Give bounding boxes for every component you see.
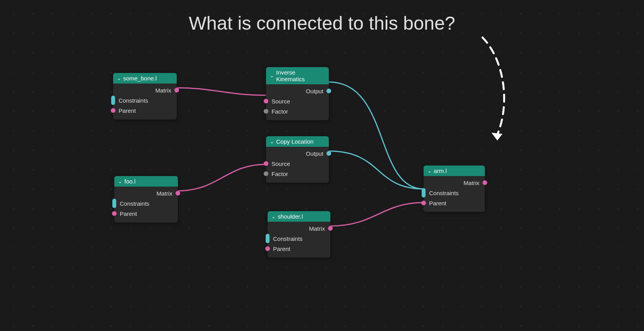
port-source[interactable]: Source	[266, 96, 329, 106]
port-constraints[interactable]: Constraints	[268, 233, 330, 244]
port-matrix[interactable]: Matrix	[113, 85, 177, 95]
node-header[interactable]: ⌄ Copy Location	[266, 136, 329, 147]
port-label: Parent	[120, 210, 137, 217]
edge-ik-to-arm-constraints	[329, 82, 424, 189]
port-label: Constraints	[273, 235, 303, 242]
port-factor[interactable]: Factor	[266, 106, 329, 116]
socket-out-matrix[interactable]	[483, 180, 487, 185]
port-output[interactable]: Output	[266, 148, 329, 158]
socket-in-factor[interactable]	[264, 171, 268, 176]
node-copy-location[interactable]: ⌄ Copy Location Output Source Factor	[266, 136, 329, 183]
socket-in-parent[interactable]	[112, 211, 117, 216]
socket-in-factor[interactable]	[264, 109, 268, 114]
port-label: Matrix	[156, 190, 172, 197]
node-body: Matrix Constraints Parent	[268, 222, 330, 258]
port-label: Factor	[271, 108, 288, 115]
node-title: Inverse Kinematics	[276, 69, 325, 82]
port-label: Constraints	[120, 200, 149, 207]
socket-out-matrix[interactable]	[328, 226, 333, 231]
node-arm[interactable]: ⌄ arm.l Matrix Constraints Parent	[424, 166, 485, 212]
port-parent[interactable]: Parent	[113, 105, 177, 116]
chevron-down-icon: ⌄	[270, 139, 274, 144]
port-matrix[interactable]: Matrix	[268, 223, 330, 233]
port-output[interactable]: Output	[266, 86, 329, 96]
port-matrix[interactable]: Matrix	[114, 188, 178, 198]
node-body: Output Source Factor	[266, 84, 329, 120]
port-parent[interactable]: Parent	[268, 244, 330, 254]
edge-somebone-to-ik	[177, 88, 266, 95]
port-label: Source	[271, 160, 290, 167]
node-header[interactable]: ⌄ arm.l	[424, 166, 485, 176]
edge-shoulder-to-arm-parent	[330, 203, 424, 226]
edge-copyloc-to-arm-constraints	[329, 151, 424, 189]
port-source[interactable]: Source	[266, 158, 329, 169]
port-matrix[interactable]: Matrix	[424, 178, 485, 188]
node-header[interactable]: ⌄ some_bone.l	[113, 73, 177, 84]
node-header[interactable]: ⌄ Inverse Kinematics	[266, 67, 329, 84]
socket-in-parent[interactable]	[421, 201, 426, 205]
socket-out-matrix[interactable]	[174, 88, 179, 93]
port-label: Output	[306, 150, 323, 157]
node-title: some_bone.l	[123, 75, 157, 82]
chevron-down-icon: ⌄	[270, 73, 274, 78]
socket-in-parent[interactable]	[265, 246, 270, 251]
node-foo[interactable]: ⌄ foo.l Matrix Constraints Parent	[114, 176, 178, 222]
node-title: foo.l	[124, 178, 135, 185]
port-constraints[interactable]: Constraints	[114, 198, 178, 208]
socket-in-constraints[interactable]	[111, 96, 115, 105]
socket-in-parent[interactable]	[111, 108, 115, 113]
edge-foo-to-copyloc	[178, 164, 266, 191]
node-body: Matrix Constraints Parent	[113, 84, 177, 119]
socket-in-constraints[interactable]	[266, 234, 270, 243]
annotation-arrow	[483, 37, 504, 135]
socket-out-matrix[interactable]	[176, 191, 180, 196]
socket-in-source[interactable]	[264, 161, 268, 166]
socket-in-source[interactable]	[264, 99, 268, 103]
port-label: Source	[271, 98, 290, 105]
port-label: Parent	[119, 107, 136, 114]
node-title: shoulder.l	[278, 213, 303, 220]
socket-in-constraints[interactable]	[422, 188, 426, 198]
port-parent[interactable]: Parent	[424, 198, 485, 208]
node-header[interactable]: ⌄ shoulder.l	[268, 211, 330, 222]
port-label: Matrix	[463, 180, 479, 186]
port-label: Parent	[273, 246, 290, 252]
chevron-down-icon: ⌄	[118, 179, 122, 184]
port-label: Constraints	[119, 97, 148, 104]
node-shoulder[interactable]: ⌄ shoulder.l Matrix Constraints Parent	[268, 211, 330, 258]
port-constraints[interactable]: Constraints	[113, 95, 177, 105]
node-inverse-kinematics[interactable]: ⌄ Inverse Kinematics Output Source Facto…	[266, 67, 329, 120]
port-label: Output	[306, 88, 323, 94]
node-body: Matrix Constraints Parent	[424, 176, 485, 212]
port-label: Matrix	[155, 87, 171, 94]
port-parent[interactable]: Parent	[114, 208, 178, 219]
node-title: Copy Location	[276, 138, 314, 145]
chevron-down-icon: ⌄	[271, 214, 275, 219]
page-title: What is connected to this bone?	[189, 12, 455, 34]
node-some-bone[interactable]: ⌄ some_bone.l Matrix Constraints Parent	[113, 73, 177, 119]
annotation-arrow-head	[491, 133, 502, 141]
node-body: Matrix Constraints Parent	[114, 187, 178, 222]
node-title: arm.l	[434, 167, 447, 174]
port-label: Parent	[429, 200, 446, 206]
socket-out-output[interactable]	[326, 151, 331, 156]
node-header[interactable]: ⌄ foo.l	[114, 176, 178, 187]
port-label: Constraints	[429, 190, 459, 196]
port-label: Factor	[271, 171, 288, 177]
chevron-down-icon: ⌄	[117, 76, 121, 81]
port-constraints[interactable]: Constraints	[424, 188, 485, 198]
node-body: Output Source Factor	[266, 147, 329, 183]
port-label: Matrix	[309, 225, 325, 232]
port-factor[interactable]: Factor	[266, 169, 329, 179]
chevron-down-icon: ⌄	[428, 168, 431, 174]
socket-out-output[interactable]	[326, 89, 331, 93]
socket-in-constraints[interactable]	[112, 199, 116, 208]
